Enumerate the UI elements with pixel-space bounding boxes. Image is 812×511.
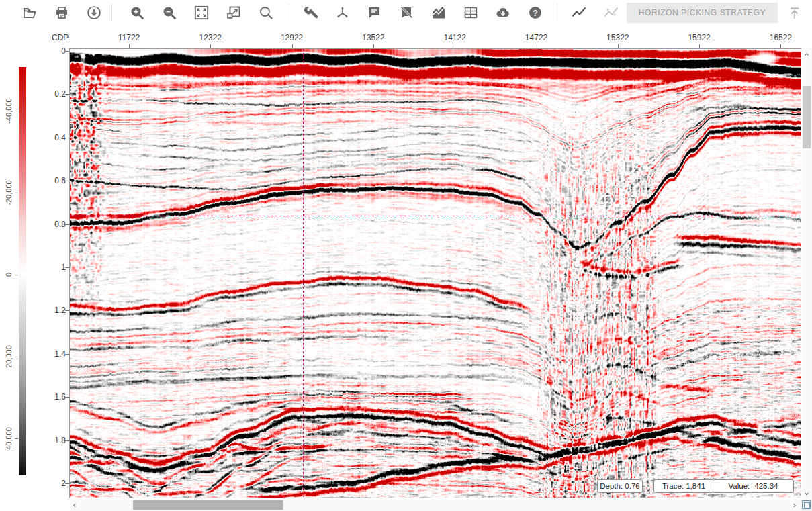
svg-text:?: ? (533, 8, 538, 18)
